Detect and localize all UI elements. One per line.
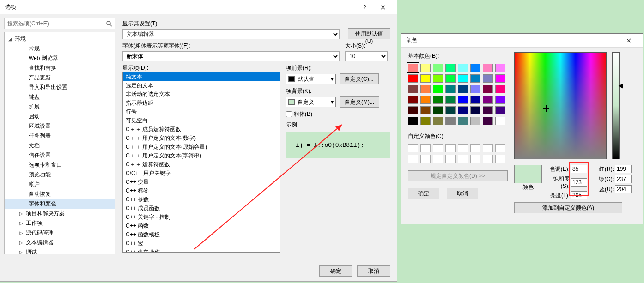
tree-item[interactable]: 区域设置 [5,121,115,131]
list-item[interactable]: 指示器边距 [123,99,280,108]
basic-color-cell[interactable] [458,74,468,83]
custom-color-cell[interactable] [408,144,418,152]
basic-color-cell[interactable] [433,64,443,72]
category-tree[interactable]: ◢环境常规Web 浏览器查找和替换产品更新导入和导出设置键盘扩展启动区域设置任务… [4,32,115,254]
custom-color-cell[interactable] [445,155,456,163]
display-items-listbox[interactable]: 纯文本选定的文本非活动的选定文本指示器边距行号可见空白C＋＋ 成员运算符函数C＋… [122,72,280,253]
tree-item[interactable]: 查找和替换 [5,63,115,73]
bold-checkbox-input[interactable] [286,111,292,117]
basic-color-cell[interactable] [445,85,456,93]
list-item[interactable]: 选定的文本 [123,81,280,90]
basic-color-cell[interactable] [445,74,456,83]
lum-input[interactable] [571,191,587,199]
options-ok-button[interactable]: 确定 [319,265,352,277]
basic-color-cell[interactable] [408,85,418,93]
sat-input[interactable] [571,178,587,187]
basic-color-cell[interactable] [433,74,443,83]
luminance-strip[interactable] [612,52,620,159]
list-item[interactable]: 纯文本 [123,72,280,81]
list-item[interactable]: 行号 [123,108,280,116]
basic-color-cell[interactable] [433,85,443,93]
close-button[interactable] [374,1,392,14]
tree-item[interactable]: 信任设置 [5,151,115,160]
custom-color-cell[interactable] [495,144,505,152]
basic-color-cell[interactable] [495,74,505,83]
list-item[interactable]: C/C++ 用户关键字 [123,169,280,178]
basic-color-cell[interactable] [433,106,443,114]
options-cancel-button[interactable]: 取消 [357,265,390,277]
custom-colors-grid[interactable] [408,144,508,163]
red-input[interactable] [615,165,632,173]
custom-color-cell[interactable] [483,155,493,163]
tree-item[interactable]: 键盘 [5,92,115,102]
tree-group[interactable]: ▷项目和解决方案 [5,209,115,218]
basic-color-cell[interactable] [445,117,456,125]
basic-color-cell[interactable] [483,106,493,114]
basic-color-cell[interactable] [470,106,480,114]
list-item[interactable]: C++ 函数模板 [123,230,280,239]
custom-color-cell[interactable] [433,155,443,163]
tree-item[interactable]: 常规 [5,44,115,54]
custom-color-cell[interactable] [445,144,456,152]
basic-color-cell[interactable] [495,106,505,114]
list-item[interactable]: C++ 宏 [123,239,280,248]
item-bg-dropdown[interactable]: 自定义 ▾ [286,97,336,107]
custom-bg-button[interactable]: 自定义(M)... [340,96,379,108]
list-item[interactable]: C++ 标签 [123,187,280,195]
custom-color-cell[interactable] [420,144,431,152]
basic-color-cell[interactable] [445,64,456,72]
color-ok-button[interactable]: 确定 [408,188,439,199]
tree-item[interactable]: 选项卡和窗口 [5,160,115,170]
custom-color-cell[interactable] [470,155,480,163]
show-settings-dropdown[interactable]: 文本编辑器 [122,29,340,39]
color-cancel-button[interactable]: 取消 [447,188,478,199]
list-item[interactable]: C++ 建立操作 [123,248,280,253]
tree-item[interactable]: 自动恢复 [5,189,115,199]
basic-color-cell[interactable] [420,96,431,104]
basic-color-cell[interactable] [495,64,505,72]
basic-color-cell[interactable] [458,117,468,125]
custom-color-cell[interactable] [458,144,468,152]
tree-item[interactable]: 字体和颜色 [5,199,115,209]
basic-color-cell[interactable] [420,85,431,93]
basic-color-cell[interactable] [470,117,480,125]
list-item[interactable]: C＋＋ 用户定义的文本(原始容量) [123,143,280,151]
basic-color-cell[interactable] [495,85,505,93]
custom-color-cell[interactable] [495,155,505,163]
basic-color-cell[interactable] [420,106,431,114]
basic-color-cell[interactable] [495,96,505,104]
tree-item[interactable]: 扩展 [5,102,115,112]
custom-color-cell[interactable] [420,155,431,163]
tree-item[interactable]: 文档 [5,141,115,151]
tree-item[interactable]: Web 浏览器 [5,54,115,63]
list-item[interactable]: C++ 关键字 - 控制 [123,213,280,222]
tree-group[interactable]: ▷文本编辑器 [5,238,115,247]
tree-group[interactable]: ▷源代码管理 [5,228,115,238]
list-item[interactable]: C++ 变量 [123,178,280,187]
font-dropdown[interactable]: 新宋体 [122,51,340,61]
use-defaults-button[interactable]: 使用默认值(U) [348,28,390,39]
basic-color-cell[interactable] [408,96,418,104]
list-item[interactable]: C＋＋ 成员运算符函数 [123,125,280,134]
basic-color-cell[interactable] [483,74,493,83]
custom-color-cell[interactable] [458,155,468,163]
basic-color-cell[interactable] [433,96,443,104]
custom-fg-button[interactable]: 自定义(C)... [340,73,379,84]
add-to-custom-button[interactable]: 添加到自定义颜色(A) [514,202,622,213]
green-input[interactable] [615,175,632,183]
tree-group[interactable]: ▷调试 [5,247,115,254]
item-fg-dropdown[interactable]: 默认值 ▾ [286,74,336,84]
list-item[interactable]: C＋＋ 用户定义的文本(字符串) [123,151,280,160]
blue-input[interactable] [615,185,632,193]
tree-item[interactable]: 帐户 [5,180,115,189]
list-item[interactable]: 可见空白 [123,116,280,125]
basic-color-cell[interactable] [433,117,443,125]
basic-color-cell[interactable] [458,85,468,93]
search-button[interactable] [103,18,115,29]
basic-color-cell[interactable] [408,64,418,72]
tree-group[interactable]: ▷工作项 [5,218,115,228]
basic-color-cell[interactable] [420,64,431,72]
tree-item[interactable]: 启动 [5,112,115,121]
color-gradient[interactable] [514,52,607,159]
basic-color-cell[interactable] [470,96,480,104]
